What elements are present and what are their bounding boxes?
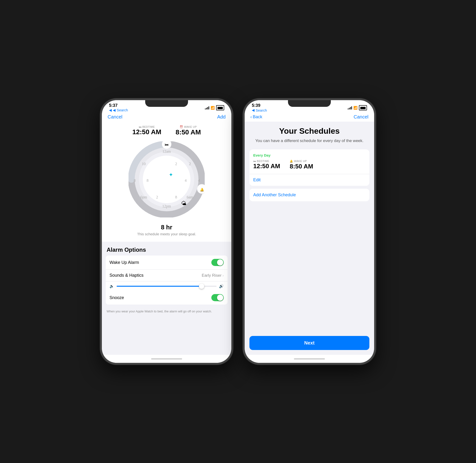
edit-row[interactable]: Edit <box>249 174 369 186</box>
svg-text:6am: 6am <box>187 195 193 199</box>
battery-icon-2 <box>359 105 367 110</box>
svg-text:🔔: 🔔 <box>200 188 204 192</box>
wifi-icon-2: 📶 <box>353 106 358 110</box>
status-time-1: 5:37 <box>109 103 117 108</box>
sleep-duration: 8 hr This schedule meets your sleep goal… <box>106 220 227 238</box>
svg-text:12am: 12am <box>162 149 171 153</box>
wakeup-icon: ⏰ <box>180 125 184 128</box>
wakeup-icon-2: 🔔 <box>290 160 294 162</box>
cancel-button-2[interactable]: Cancel <box>354 114 368 120</box>
battery-icon-1 <box>216 105 224 110</box>
signal-icon-2 <box>348 106 352 109</box>
wake-alarm-toggle[interactable] <box>211 259 224 266</box>
phone-1-screen: 5:37 ◀ ◀ Search 📶 C <box>102 100 231 363</box>
home-bar-1 <box>151 358 182 359</box>
status-time-2: 5:39 <box>252 103 260 108</box>
status-bar-1: 5:37 ◀ ◀ Search 📶 <box>102 100 231 113</box>
bedtime-icon: 🛏 <box>139 125 142 128</box>
bedtime-group-2: 🛏 BEDTIME 12:50 AM <box>253 160 280 170</box>
nav-bar-1: Cancel Add <box>102 113 231 122</box>
home-indicator-1 <box>102 355 231 363</box>
volume-slider[interactable] <box>117 286 216 287</box>
svg-text:4: 4 <box>185 178 187 182</box>
next-button[interactable]: Next <box>249 336 369 350</box>
schedules-content: Your Schedules You can have a different … <box>245 122 374 355</box>
svg-text:12pm: 12pm <box>162 204 171 208</box>
back-button-2[interactable]: ‹ Back <box>250 115 262 119</box>
wakeup-label-2: 🔔 WAKE UP <box>290 160 313 163</box>
phone-2-screen: 5:39 ◀ Search 📶 <box>245 100 374 363</box>
svg-text:2: 2 <box>175 162 177 166</box>
search-back-2[interactable]: ◀ Search <box>252 108 267 112</box>
search-back-1[interactable]: ◀ ◀ Search <box>109 108 128 112</box>
cancel-button-1[interactable]: Cancel <box>108 114 122 120</box>
bedtime-time-2: 12:50 AM <box>253 162 280 170</box>
clock-container[interactable]: 12am 2 4 6am 12pm 6pm 8 10 2 4 8 2 8 <box>106 139 227 220</box>
slider-fill <box>117 286 202 287</box>
svg-text:6pm: 6pm <box>140 195 147 199</box>
volume-row[interactable]: 🔈 🔊 <box>106 281 227 291</box>
phone-2: 5:39 ◀ Search 📶 <box>243 98 376 365</box>
footnote-text: When you wear your Apple Watch to bed, t… <box>102 307 231 317</box>
wake-alarm-label: Wake Up Alarm <box>109 260 139 265</box>
sleep-clock-svg[interactable]: 12am 2 4 6am 12pm 6pm 8 10 2 4 8 2 8 <box>128 141 205 217</box>
edit-button[interactable]: Edit <box>253 178 260 182</box>
snooze-row[interactable]: Snooze <box>106 291 227 304</box>
home-bar-2 <box>294 358 325 359</box>
add-schedule-card[interactable]: Add Another Schedule <box>249 189 369 201</box>
spacer <box>249 204 369 332</box>
bedtime-label: 🛏 BEDTIME <box>132 125 161 128</box>
time-header: 🛏 BEDTIME 12:50 AM ⏰ WAKE UP 8:50 AM <box>106 125 227 136</box>
status-bar-2: 5:39 ◀ Search 📶 <box>245 100 374 113</box>
schedules-title: Your Schedules <box>249 126 369 136</box>
schedule-times: 🛏 BEDTIME 12:50 AM 🔔 WAKE UP 8:50 AM <box>253 160 366 170</box>
toggle-knob <box>217 259 223 266</box>
svg-text:🌤: 🌤 <box>181 200 186 206</box>
next-btn-container: Next <box>249 332 369 355</box>
svg-text:✦: ✦ <box>169 172 173 178</box>
svg-text:🛏: 🛏 <box>165 142 169 147</box>
home-indicator-2 <box>245 355 374 363</box>
signal-icon-1 <box>205 106 209 109</box>
snooze-toggle-knob <box>217 294 223 301</box>
sleep-hours: 8 hr <box>106 224 227 231</box>
status-icons-1: 📶 <box>205 105 224 110</box>
bedtime-time: 12:50 AM <box>132 128 161 136</box>
svg-text:2: 2 <box>156 195 158 199</box>
sleep-card: 🛏 BEDTIME 12:50 AM ⏰ WAKE UP 8:50 AM <box>102 122 231 242</box>
volume-high-icon: 🔊 <box>219 284 224 288</box>
svg-text:4: 4 <box>198 178 200 182</box>
snooze-toggle[interactable] <box>211 294 224 301</box>
snooze-label: Snooze <box>109 295 124 300</box>
svg-text:10: 10 <box>142 162 146 166</box>
alarm-options-section: Alarm Options Wake Up Alarm Sounds & Hap… <box>102 242 231 355</box>
alarm-options-card: Wake Up Alarm Sounds & Haptics Early Ris… <box>106 256 227 304</box>
chevron-icon: › <box>223 273 224 278</box>
wakeup-label: ⏰ WAKE UP <box>176 125 201 128</box>
bedtime-icon-2: 🛏 <box>253 160 257 162</box>
wake-alarm-row[interactable]: Wake Up Alarm <box>106 256 227 270</box>
add-button-1[interactable]: Add <box>217 114 226 120</box>
add-schedule-button[interactable]: Add Another Schedule <box>253 193 296 197</box>
every-day-label: Every Day <box>253 153 366 157</box>
wakeup-time-2: 8:50 AM <box>290 163 313 170</box>
wakeup-time: 8:50 AM <box>176 128 201 136</box>
bedtime-label-2: 🛏 BEDTIME <box>253 160 280 162</box>
schedule-card[interactable]: Every Day 🛏 BEDTIME 12:50 AM 🔔 <box>249 149 369 186</box>
svg-text:8: 8 <box>147 178 149 182</box>
schedule-card-inner: Every Day 🛏 BEDTIME 12:50 AM 🔔 <box>249 149 369 174</box>
svg-point-2 <box>143 156 190 203</box>
bedtime-group: 🛏 BEDTIME 12:50 AM <box>132 125 161 136</box>
alarm-options-title: Alarm Options <box>102 242 231 256</box>
svg-text:8: 8 <box>134 178 136 182</box>
sounds-row[interactable]: Sounds & Haptics Early Riser › <box>106 270 227 281</box>
svg-text:2: 2 <box>189 162 191 166</box>
wakeup-group-2: 🔔 WAKE UP 8:50 AM <box>290 160 313 170</box>
wakeup-group: ⏰ WAKE UP 8:50 AM <box>176 125 201 136</box>
slider-thumb[interactable] <box>199 284 204 289</box>
nav-bar-2: ‹ Back Cancel <box>245 113 374 122</box>
wifi-icon-1: 📶 <box>211 106 215 110</box>
svg-text:8: 8 <box>175 195 177 199</box>
sleep-goal-text: This schedule meets your sleep goal. <box>106 232 227 236</box>
phone-1: 5:37 ◀ ◀ Search 📶 C <box>100 98 233 365</box>
